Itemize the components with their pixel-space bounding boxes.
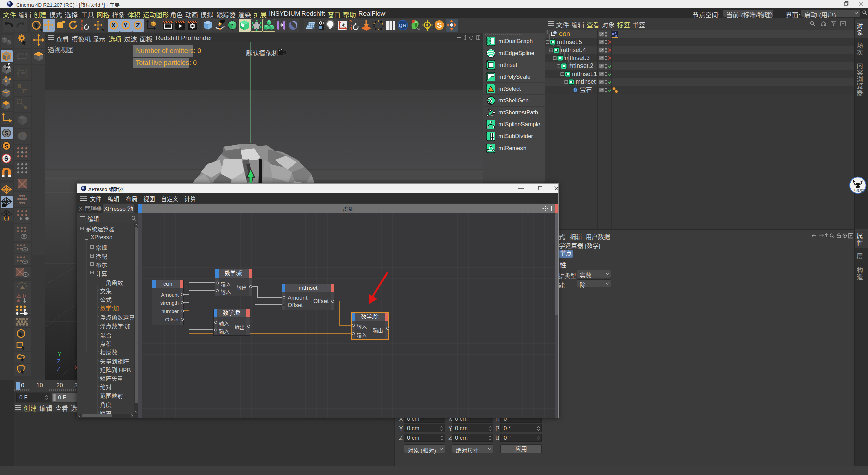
- svg-text:Z: Z: [57, 358, 60, 365]
- svg-text:( ): ( ): [4, 215, 9, 221]
- svg-text:S: S: [437, 21, 442, 30]
- svg-text:S: S: [4, 155, 8, 162]
- svg-text:Z: Z: [136, 22, 140, 29]
- svg-text:QR: QR: [399, 22, 407, 28]
- svg-text:S: S: [4, 130, 8, 137]
- svg-text:Y: Y: [58, 351, 61, 357]
- svg-text:R: R: [349, 26, 352, 31]
- svg-text:Y: Y: [123, 22, 128, 29]
- svg-text:S: S: [4, 143, 8, 150]
- svg-text:X: X: [111, 22, 116, 29]
- svg-text:R: R: [81, 26, 83, 31]
- svg-text:行走的刘: 行走的刘: [854, 189, 865, 192]
